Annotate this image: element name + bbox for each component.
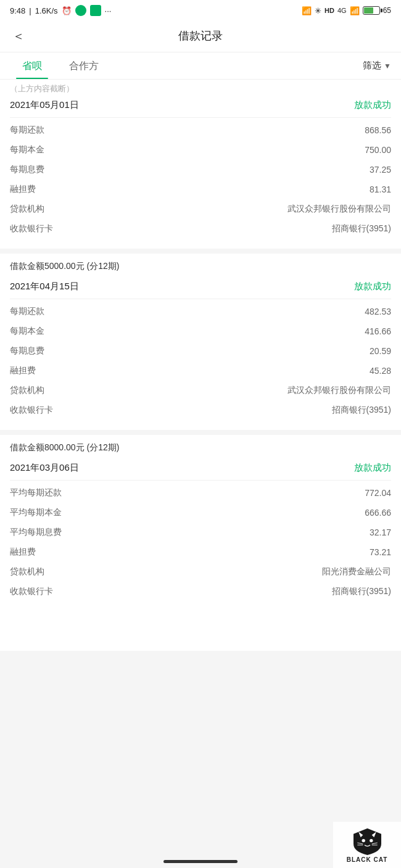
- loan-3-detail-4: 贷款机构 阳光消费金融公司: [10, 562, 391, 582]
- alarm-icon: ⏰: [62, 6, 72, 15]
- loan-3-detail-5: 收款银行卡 招商银行(3951): [10, 582, 391, 601]
- loan-2-detail-2: 每期息费 20.59: [10, 341, 391, 361]
- svg-point-1: [370, 838, 373, 841]
- watermark: BLACK CAT: [333, 822, 401, 868]
- loan-3-date: 2021年03月06日: [10, 462, 79, 474]
- back-button[interactable]: ＜: [10, 25, 27, 47]
- header: ＜ 借款记录: [0, 20, 401, 52]
- loan-2-detail-1: 每期本金 416.66: [10, 321, 391, 341]
- signal-icon: 4G: [337, 7, 347, 14]
- loan-3-status: 放款成功: [354, 462, 391, 474]
- page-title: 借款记录: [178, 28, 223, 43]
- tab-bar: 省呗 合作方 筛选 ▼: [0, 52, 401, 80]
- loan-2-detail-5: 收款银行卡 招商银行(3951): [10, 400, 391, 420]
- loan-3-detail-2: 平均每期息费 32.17: [10, 523, 391, 542]
- app-icon-1: [75, 5, 86, 16]
- tab-shengsu[interactable]: 省呗: [10, 52, 54, 79]
- loan-1-detail-3: 融担费 81.31: [10, 180, 391, 199]
- app-icon-2: [90, 5, 101, 16]
- battery-icon: [363, 6, 380, 15]
- time: 9:48: [10, 6, 25, 15]
- tab-partner[interactable]: 合作方: [57, 52, 111, 79]
- loan-1-date: 2021年05月01日: [10, 99, 79, 111]
- loan-1-detail-1: 每期本金 750.00: [10, 140, 391, 160]
- loan-2-date-row: 2021年04月15日 放款成功: [10, 277, 391, 299]
- loan-card-2: 借款金额5000.00元 (分12期) 2021年04月15日 放款成功 每期还…: [0, 254, 401, 430]
- loan-2-header: 借款金额5000.00元 (分12期): [10, 254, 391, 277]
- loan-1-status: 放款成功: [354, 99, 391, 111]
- loan-2-detail-0: 每期还款 482.53: [10, 302, 391, 321]
- signal-bars: 📶: [350, 6, 360, 15]
- network-speed-value: 1.6K/s: [35, 6, 58, 15]
- home-indicator: [163, 860, 238, 863]
- blackcat-brand-en: BLACK CAT: [347, 856, 388, 863]
- blackcat-logo-icon: [350, 827, 384, 855]
- status-bar: 9:48 | 1.6K/s ⏰ ··· 📶 ✳ HD 4G 📶 65: [0, 0, 401, 20]
- loan-2-detail-3: 融担费 45.28: [10, 361, 391, 381]
- status-right: 📶 ✳ HD 4G 📶 65: [302, 6, 391, 15]
- svg-point-0: [362, 838, 365, 841]
- loan-3-header: 借款金额8000.00元 (分12期): [10, 435, 391, 458]
- loan-2-status: 放款成功: [354, 281, 391, 292]
- loan-1-detail-4: 贷款机构 武汉众邦银行股份有限公司: [10, 199, 391, 219]
- filter-button[interactable]: 筛选 ▼: [363, 60, 391, 72]
- battery-level: 65: [383, 6, 391, 15]
- loan-card-3: 借款金额8000.00元 (分12期) 2021年03月06日 放款成功 平均每…: [0, 435, 401, 651]
- loan-3-detail-1: 平均每期本金 666.66: [10, 503, 391, 523]
- wifi-icon: 📶: [302, 6, 312, 15]
- loans-content: （上方内容截断） 2021年05月01日 放款成功 每期还款 868.56 每期…: [0, 80, 401, 651]
- loan-1-detail-5: 收款银行卡 招商银行(3951): [10, 219, 391, 239]
- loan-3-date-row: 2021年03月06日 放款成功: [10, 458, 391, 481]
- bluetooth-icon: ✳: [315, 6, 321, 15]
- more-dots: ···: [105, 6, 112, 15]
- loan-1-date-row: 2021年05月01日 放款成功: [10, 96, 391, 118]
- network-speed: |: [29, 6, 31, 15]
- loan-1-truncated: （上方内容截断）: [10, 80, 391, 96]
- loan-2-date: 2021年04月15日: [10, 281, 79, 292]
- filter-arrow-icon: ▼: [384, 62, 391, 70]
- hd-icon: HD: [325, 7, 334, 14]
- loan-2-detail-4: 贷款机构 武汉众邦银行股份有限公司: [10, 381, 391, 400]
- loan-3-detail-0: 平均每期还款 772.04: [10, 483, 391, 503]
- status-left: 9:48 | 1.6K/s ⏰ ···: [10, 5, 111, 16]
- loan-card-1: （上方内容截断） 2021年05月01日 放款成功 每期还款 868.56 每期…: [0, 80, 401, 249]
- loan-3-detail-3: 融担费 73.21: [10, 542, 391, 562]
- loan-1-detail-2: 每期息费 37.25: [10, 160, 391, 180]
- loan-1-detail-0: 每期还款 868.56: [10, 120, 391, 140]
- filter-label: 筛选: [363, 60, 381, 72]
